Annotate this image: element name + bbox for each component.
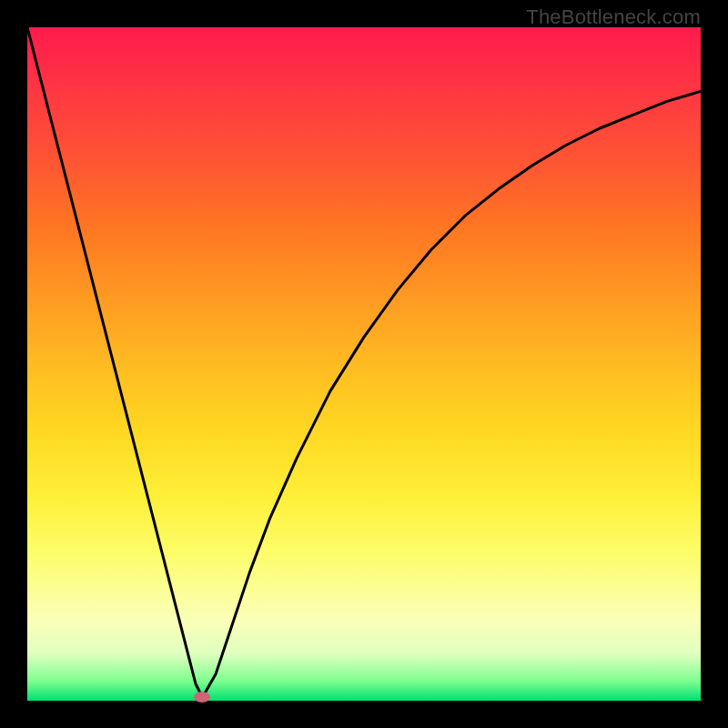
minimum-marker [194,692,210,703]
bottleneck-curve [27,27,701,701]
watermark-text: TheBottleneck.com [526,5,701,29]
chart-frame: TheBottleneck.com [0,0,728,728]
plot-area [27,27,701,701]
